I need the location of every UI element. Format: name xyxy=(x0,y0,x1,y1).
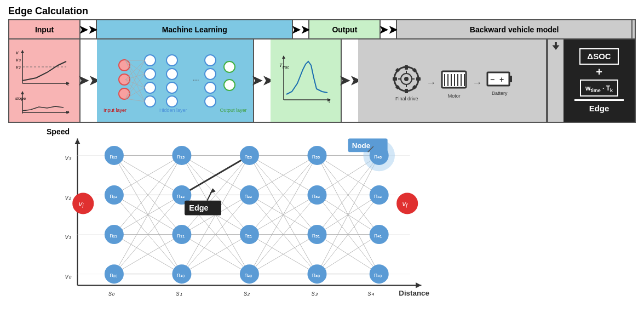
svg-text:n₄₂: n₄₂ xyxy=(374,192,382,199)
svg-text:v₀: v₀ xyxy=(65,273,72,280)
svg-marker-44 xyxy=(282,55,285,59)
plus-sign: + xyxy=(596,66,602,78)
svg-marker-13 xyxy=(21,91,24,94)
svg-line-41 xyxy=(125,99,145,101)
svg-marker-80 xyxy=(74,139,80,144)
svg-point-20 xyxy=(166,69,177,80)
input-layer-label: Input layer xyxy=(104,107,127,113)
svg-text:v₁: v₁ xyxy=(65,233,71,241)
svg-text:n₄₁: n₄₁ xyxy=(374,232,382,239)
svg-rect-73 xyxy=(509,76,512,82)
battery-label: Battery xyxy=(492,90,508,96)
svg-text:n₀₂: n₀₂ xyxy=(110,192,117,199)
svg-point-29 xyxy=(224,80,235,90)
header-backward: Backward vehicle model xyxy=(397,20,633,38)
svg-point-26 xyxy=(205,82,216,93)
motor-label: Motor xyxy=(448,93,461,99)
svg-text:n₂₁: n₂₁ xyxy=(244,232,252,239)
nn-labels: Input layer Hidden layer Output layer xyxy=(104,107,247,113)
svg-text:s₀: s₀ xyxy=(108,290,115,297)
pipeline-header-row: Input ➤➤ Machine Learning ➤➤ Output ➤➤ B… xyxy=(9,20,635,39)
output-layer-label: Output layer xyxy=(220,107,246,113)
wtime-box: wtime · Tk xyxy=(580,80,618,97)
svg-text:v₂: v₂ xyxy=(65,194,72,201)
edge-label-final: Edge xyxy=(589,104,610,113)
header-arrow-3: ➤➤ xyxy=(381,20,397,38)
svg-rect-52 xyxy=(405,65,408,70)
svg-text:s₂: s₂ xyxy=(244,290,250,297)
svg-point-15 xyxy=(145,55,156,66)
delta-soc-label: ΔSOC xyxy=(587,52,611,61)
svg-text:n₂₀: n₂₀ xyxy=(244,271,252,278)
svg-text:trac: trac xyxy=(283,65,289,69)
bottom-section: Speed v₃ v₂ v₁ v₀ s₀ s₁ s₂ s₃ s₄ xyxy=(8,127,636,319)
svg-point-51 xyxy=(404,77,409,81)
arrow-1: ➤➤ xyxy=(81,39,97,122)
svg-text:···: ··· xyxy=(193,75,199,84)
svg-rect-54 xyxy=(393,77,397,81)
header-ml: Machine Learning xyxy=(97,20,293,38)
header-output-label: Output xyxy=(332,25,357,34)
backward-to-edge-arrow xyxy=(547,39,564,122)
arrow-3: ➤➤ xyxy=(342,39,358,122)
battery-group: − + Battery xyxy=(486,70,513,96)
final-drive-group: Final drive xyxy=(392,64,422,101)
svg-text:s₁: s₁ xyxy=(176,290,182,297)
svg-text:s₃: s₃ xyxy=(312,290,318,297)
graph-svg: v₃ v₂ v₁ v₀ s₀ s₁ s₂ s₃ s₄ Distance xyxy=(49,138,433,308)
content-output: T trac t xyxy=(271,39,342,122)
svg-text:n₄₃: n₄₃ xyxy=(374,153,382,160)
delta-soc-box: ΔSOC xyxy=(579,48,618,65)
pipeline-wrapper: Input ➤➤ Machine Learning ➤➤ Output ➤➤ B… xyxy=(8,19,636,123)
svg-text:v₂: v₂ xyxy=(16,64,21,70)
svg-point-17 xyxy=(145,82,156,93)
svg-rect-55 xyxy=(416,77,421,81)
nn-diagram: ··· xyxy=(116,53,234,106)
svg-point-24 xyxy=(205,55,216,66)
svg-point-25 xyxy=(205,69,216,80)
svg-text:n₃₃: n₃₃ xyxy=(312,153,320,160)
arrow-2: ➤➤ xyxy=(254,39,271,122)
header-output: Output xyxy=(309,20,381,38)
svg-point-18 xyxy=(145,96,156,107)
svg-point-27 xyxy=(205,96,216,107)
svg-text:n₀₀: n₀₀ xyxy=(110,271,118,278)
svg-text:n₂₃: n₂₃ xyxy=(244,153,252,160)
hidden-layer-label: Hidden layer xyxy=(159,107,187,113)
svg-point-21 xyxy=(166,82,177,93)
motor-svg xyxy=(440,67,468,92)
svg-point-16 xyxy=(145,69,156,80)
speed-label: Speed xyxy=(47,127,70,136)
svg-text:−: − xyxy=(490,75,495,84)
nn-input-layer xyxy=(118,59,130,100)
final-drive-label: Final drive xyxy=(395,96,418,101)
svg-text:n₁₃: n₁₃ xyxy=(177,153,185,160)
input-graph-svg: v v₃ v₂ t slope xyxy=(14,48,74,114)
main-container: Edge Calculation Input ➤➤ Machine Learni… xyxy=(0,0,644,323)
gear-svg xyxy=(392,64,422,94)
svg-text:n₁₁: n₁₁ xyxy=(177,232,185,239)
graph-area: Speed v₃ v₂ v₁ v₀ s₀ s₁ s₂ s₃ s₄ xyxy=(8,127,636,319)
motor-group: Motor xyxy=(440,67,468,99)
backward-icons: Final drive → xyxy=(392,64,513,101)
content-edge: ΔSOC + wtime · Tk Edge xyxy=(564,39,635,122)
battery-svg: − + xyxy=(486,70,513,89)
svg-text:s₄: s₄ xyxy=(368,290,375,297)
svg-text:n₀₁: n₀₁ xyxy=(110,232,117,239)
arrow-icon-1: → xyxy=(426,77,436,89)
header-input: Input xyxy=(9,20,81,38)
svg-text:Edge: Edge xyxy=(189,203,208,212)
svg-text:slope: slope xyxy=(15,96,26,101)
header-backward-label: Backward vehicle model xyxy=(470,25,559,34)
svg-point-19 xyxy=(166,55,177,66)
header-arrow-2: ➤➤ xyxy=(293,20,309,38)
output-graph-svg: T trac t xyxy=(278,53,333,108)
content-input: v v₃ v₂ t slope xyxy=(9,39,81,122)
svg-point-22 xyxy=(166,96,177,107)
nn-node xyxy=(118,88,130,100)
svg-text:v₃: v₃ xyxy=(16,57,21,63)
svg-point-28 xyxy=(224,61,235,72)
svg-marker-7 xyxy=(21,50,24,53)
svg-text:t: t xyxy=(329,98,330,104)
svg-marker-209 xyxy=(210,188,215,193)
